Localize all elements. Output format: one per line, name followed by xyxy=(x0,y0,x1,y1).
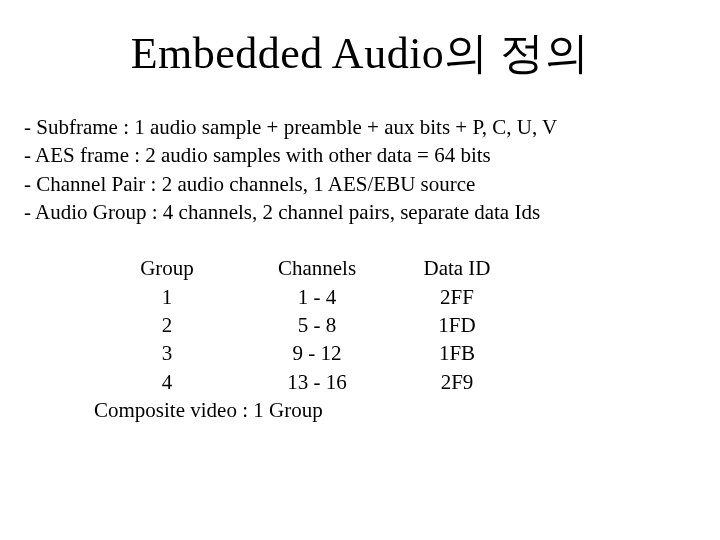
cell-channels: 13 - 16 xyxy=(242,368,392,396)
bullet-item: - AES frame : 2 audio samples with other… xyxy=(24,141,698,169)
cell-group: 2 xyxy=(92,311,242,339)
cell-group: 1 xyxy=(92,283,242,311)
bullet-item: - Subframe : 1 audio sample + preamble +… xyxy=(24,113,698,141)
slide: Embedded Audio의 정의 - Subframe : 1 audio … xyxy=(0,0,720,540)
table-row: 2 5 - 8 1FD xyxy=(92,311,522,339)
cell-group: 3 xyxy=(92,339,242,367)
bullet-list: - Subframe : 1 audio sample + preamble +… xyxy=(24,113,698,226)
group-table: Group Channels Data ID 1 1 - 4 2FF 2 5 -… xyxy=(92,254,698,424)
cell-group: 4 xyxy=(92,368,242,396)
table-header-row: Group Channels Data ID xyxy=(92,254,522,282)
cell-channels: 9 - 12 xyxy=(242,339,392,367)
bullet-item: - Channel Pair : 2 audio channels, 1 AES… xyxy=(24,170,698,198)
footer-note: Composite video : 1 Group xyxy=(94,396,698,424)
table-row: 3 9 - 12 1FB xyxy=(92,339,522,367)
col-header-channels: Channels xyxy=(242,254,392,282)
cell-channels: 1 - 4 xyxy=(242,283,392,311)
table-row: 1 1 - 4 2FF xyxy=(92,283,522,311)
cell-dataid: 1FB xyxy=(392,339,522,367)
cell-dataid: 2FF xyxy=(392,283,522,311)
cell-dataid: 2F9 xyxy=(392,368,522,396)
cell-channels: 5 - 8 xyxy=(242,311,392,339)
bullet-item: - Audio Group : 4 channels, 2 channel pa… xyxy=(24,198,698,226)
group-table-inner: Group Channels Data ID 1 1 - 4 2FF 2 5 -… xyxy=(92,254,522,396)
col-header-dataid: Data ID xyxy=(392,254,522,282)
col-header-group: Group xyxy=(92,254,242,282)
table-row: 4 13 - 16 2F9 xyxy=(92,368,522,396)
cell-dataid: 1FD xyxy=(392,311,522,339)
slide-title: Embedded Audio의 정의 xyxy=(22,24,698,83)
